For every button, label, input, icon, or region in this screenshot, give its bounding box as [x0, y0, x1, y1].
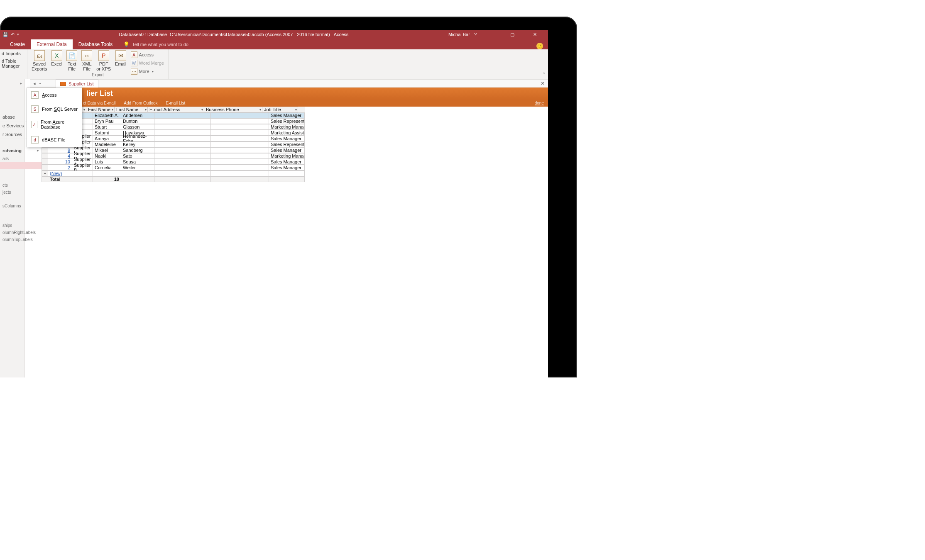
ribbon-collapse-icon[interactable]: ⌃: [542, 72, 546, 76]
cell-email[interactable]: [154, 118, 211, 124]
new-record-cell[interactable]: (New): [48, 170, 72, 176]
cell-first-name[interactable]: Bryn Paul: [93, 118, 121, 124]
cell-job-title[interactable]: Sales Manager: [269, 159, 305, 165]
chevron-down-icon[interactable]: ▾: [201, 108, 203, 112]
table-row[interactable]: 2Supplier BCorneliaWeilerSales Manager: [42, 165, 305, 170]
export-excel-button[interactable]: XExcel: [51, 50, 62, 67]
tell-me-search[interactable]: 💡 Tell me what you want to do: [118, 39, 193, 49]
dropdown-item[interactable]: AAccess: [27, 88, 82, 102]
cell-job-title[interactable]: Marketing Assistan: [269, 130, 305, 136]
row-selector[interactable]: [42, 153, 48, 159]
tab-database-tools[interactable]: Database Tools: [73, 39, 119, 49]
cell-phone[interactable]: [211, 124, 269, 130]
chevron-down-icon[interactable]: ▾: [83, 108, 85, 112]
tab-create[interactable]: Create: [4, 39, 31, 49]
cell-email[interactable]: [154, 124, 211, 130]
cell-last-name[interactable]: Andersen: [121, 112, 154, 118]
cell-phone[interactable]: [211, 165, 269, 170]
tab-nav-prev-icon[interactable]: ◂: [32, 81, 37, 86]
cell-first-name[interactable]: Luis: [93, 159, 121, 165]
cell-job-title[interactable]: Sales Representati: [269, 141, 305, 147]
cell-id[interactable]: 10: [48, 159, 72, 165]
new-record-row[interactable]: ✶ (New): [42, 170, 305, 176]
col-last-name[interactable]: Last Name▾: [115, 107, 148, 112]
cell-first-name[interactable]: Naoki: [93, 153, 121, 159]
export-more-button[interactable]: ⋯More▾: [131, 68, 164, 75]
minimize-button[interactable]: —: [481, 30, 499, 39]
nav-item[interactable]: jects: [0, 189, 42, 196]
cell-last-name[interactable]: Sandberg: [121, 147, 154, 153]
maximize-button[interactable]: ▢: [503, 30, 521, 39]
cell-first-name[interactable]: Satomi: [93, 130, 121, 136]
import-dropdown-menu[interactable]: AAccessSFrom SQL ServerZFrom Azure Datab…: [27, 88, 82, 147]
cell-email[interactable]: [154, 165, 211, 170]
cell-email[interactable]: [154, 112, 211, 118]
cell-phone[interactable]: [211, 153, 269, 159]
col-job-title[interactable]: Job Title▾: [262, 107, 298, 112]
nav-item[interactable]: sColumns: [0, 202, 42, 209]
cell-job-title[interactable]: Sales Manager: [269, 165, 305, 170]
export-email-button[interactable]: ✉Email: [115, 50, 127, 67]
export-xml-button[interactable]: ‹›XML File: [81, 50, 92, 71]
cell-job-title[interactable]: Sales Representati: [269, 118, 305, 124]
nav-expand-icon[interactable]: ▸: [0, 79, 24, 87]
cell-first-name[interactable]: Mikael: [93, 147, 121, 153]
cell-first-name[interactable]: Madeleine: [93, 141, 121, 147]
navigation-pane[interactable]: abase▸ e Services▸ r Sources▸ rchasing▴ …: [0, 113, 42, 377]
cell-phone[interactable]: [211, 159, 269, 165]
chevron-down-icon[interactable]: ▾: [112, 108, 113, 112]
cell-job-title[interactable]: Marketing Manage: [269, 124, 305, 130]
cell-first-name[interactable]: Amaya: [93, 136, 121, 141]
cell-email[interactable]: [154, 159, 211, 165]
qat-save-icon[interactable]: 💾: [2, 32, 8, 37]
cell-job-title[interactable]: Sales Manager: [269, 112, 305, 118]
cell-last-name[interactable]: Kelley: [121, 141, 154, 147]
cell-job-title[interactable]: Marketing Manage: [269, 153, 305, 159]
qat-undo-icon[interactable]: ↶: [11, 32, 15, 37]
export-access-button[interactable]: AAccess: [131, 51, 164, 58]
cell-id[interactable]: 9: [48, 147, 72, 153]
nav-item[interactable]: ships: [0, 222, 42, 229]
chevron-down-icon[interactable]: ▾: [145, 108, 147, 112]
linked-table-manager-fragment[interactable]: d Table Manager: [2, 58, 23, 68]
cell-last-name[interactable]: Weiler: [121, 165, 154, 170]
nav-item[interactable]: olumnRightLabels: [0, 229, 42, 236]
cell-email[interactable]: [154, 130, 211, 136]
col-first-name[interactable]: First Name▾: [86, 107, 115, 112]
link-collect-email[interactable]: ct Data via E-mail: [83, 101, 115, 105]
cell-first-name[interactable]: Cornelia: [93, 165, 121, 170]
dropdown-item[interactable]: ddBASE File: [27, 133, 82, 147]
export-pdf-button[interactable]: PPDF or XPS: [96, 50, 111, 71]
row-selector[interactable]: [42, 147, 48, 153]
close-button[interactable]: ✕: [526, 30, 544, 39]
user-name[interactable]: Michal Bar: [448, 32, 470, 37]
cell-job-title[interactable]: Sales Manager: [269, 136, 305, 141]
cell-last-name[interactable]: Dunton: [121, 118, 154, 124]
cell-email[interactable]: [154, 136, 211, 141]
cell-phone[interactable]: [211, 118, 269, 124]
cell-id[interactable]: 2: [48, 165, 72, 170]
cell-phone[interactable]: [211, 141, 269, 147]
cell-email[interactable]: [154, 153, 211, 159]
dropdown-item[interactable]: SFrom SQL Server: [27, 102, 82, 116]
cell-email[interactable]: [154, 147, 211, 153]
link-add-outlook[interactable]: Add From Outlook: [124, 101, 157, 105]
nav-group-purchasing[interactable]: rchasing▴: [0, 146, 42, 155]
cell-last-name[interactable]: Sousa: [121, 159, 154, 165]
col-email[interactable]: E-mail Address▾: [148, 107, 204, 112]
row-selector[interactable]: [42, 159, 48, 165]
cell-last-name[interactable]: Glasson: [121, 124, 154, 130]
tab-external-data[interactable]: External Data: [31, 39, 73, 49]
tab-nav-hide-icon[interactable]: «: [37, 81, 43, 85]
row-selector[interactable]: [42, 165, 48, 170]
cell-phone[interactable]: [211, 136, 269, 141]
help-icon[interactable]: ?: [474, 32, 477, 37]
cell-email[interactable]: [154, 141, 211, 147]
link-email-list[interactable]: E-mail List: [166, 101, 186, 105]
feedback-smiley-icon[interactable]: 🙂: [536, 43, 543, 49]
cell-last-name[interactable]: Hernandez-Eche: [121, 136, 154, 141]
word-merge-button[interactable]: WWord Merge: [131, 59, 164, 67]
link-done[interactable]: done: [535, 101, 544, 105]
cell-first-name[interactable]: Elizabeth A.: [93, 112, 121, 118]
cell-phone[interactable]: [211, 147, 269, 153]
